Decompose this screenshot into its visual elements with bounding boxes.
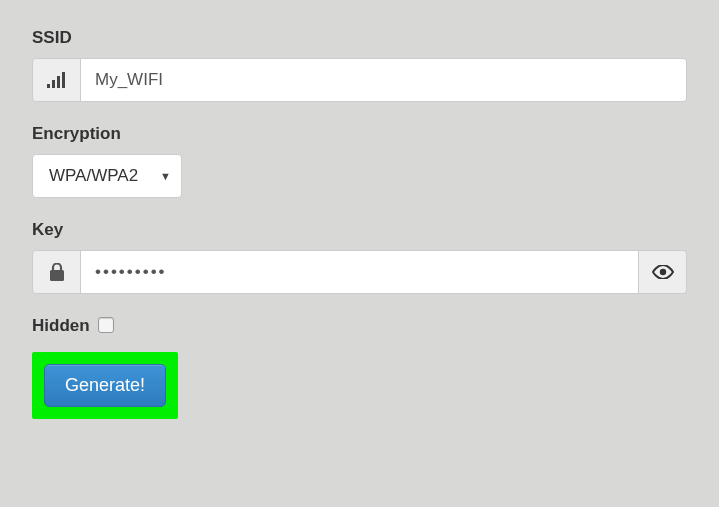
ssid-label: SSID xyxy=(32,28,687,48)
chevron-down-icon: ▼ xyxy=(160,170,171,182)
svg-rect-2 xyxy=(57,76,60,88)
svg-rect-4 xyxy=(50,270,64,281)
generate-button[interactable]: Generate! xyxy=(44,364,166,407)
encryption-label: Encryption xyxy=(32,124,687,144)
svg-rect-3 xyxy=(62,72,65,88)
ssid-input-group xyxy=(32,58,687,102)
hidden-label: Hidden xyxy=(32,316,90,336)
encryption-value: WPA/WPA2 xyxy=(49,166,138,186)
hidden-checkbox[interactable] xyxy=(98,317,114,333)
svg-rect-0 xyxy=(47,84,50,88)
ssid-group: SSID xyxy=(32,28,687,102)
key-input[interactable] xyxy=(80,250,639,294)
eye-icon xyxy=(652,265,674,279)
hidden-row: Hidden xyxy=(32,316,687,336)
key-label: Key xyxy=(32,220,687,240)
svg-point-5 xyxy=(659,269,665,275)
signal-icon xyxy=(32,58,80,102)
encryption-group: Encryption WPA/WPA2 ▼ xyxy=(32,124,687,198)
ssid-input[interactable] xyxy=(80,58,687,102)
toggle-visibility-button[interactable] xyxy=(639,250,687,294)
generate-highlight: Generate! xyxy=(32,352,178,419)
key-group: Key xyxy=(32,220,687,294)
svg-rect-1 xyxy=(52,80,55,88)
lock-icon xyxy=(32,250,80,294)
key-input-group xyxy=(32,250,687,294)
encryption-select[interactable]: WPA/WPA2 ▼ xyxy=(32,154,182,198)
